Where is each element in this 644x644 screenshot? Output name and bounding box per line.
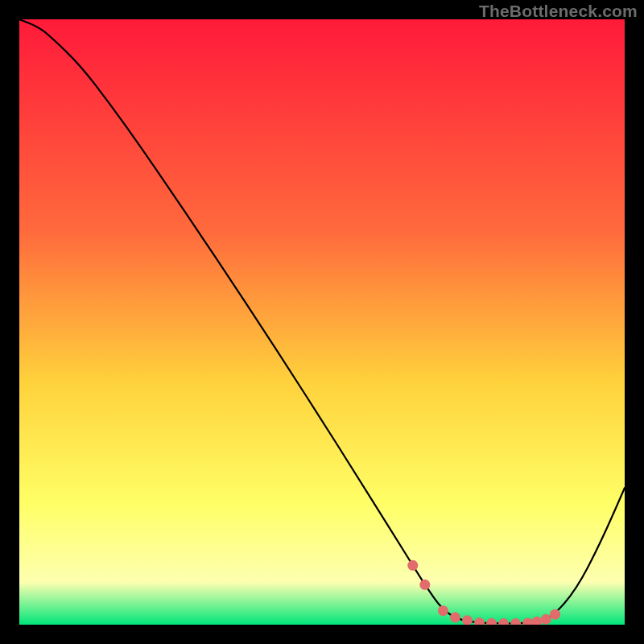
marker-dot [419, 580, 430, 590]
marker-dot [450, 612, 460, 622]
marker-dot [550, 609, 560, 620]
plot-area [19, 19, 625, 625]
chart-stage: TheBottleneck.com [0, 0, 644, 644]
marker-dot [438, 605, 448, 616]
marker-dot [541, 614, 551, 625]
chart-svg [19, 19, 625, 625]
gradient-background [19, 19, 625, 625]
marker-dot [407, 560, 418, 571]
watermark-text: TheBottleneck.com [479, 2, 638, 21]
